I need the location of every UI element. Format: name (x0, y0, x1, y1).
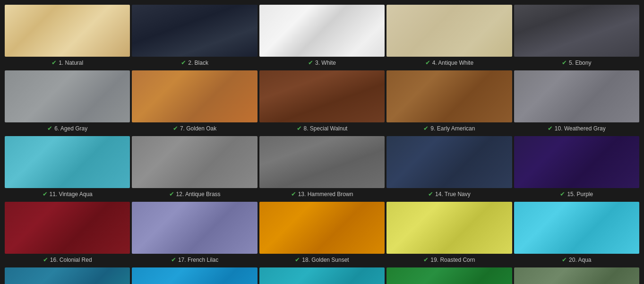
color-label-11: ✔11. Vintage Aqua (42, 188, 94, 200)
color-swatch-20 (514, 202, 639, 254)
color-item-3[interactable]: ✔3. White (259, 5, 385, 69)
color-swatch-5 (514, 5, 639, 57)
color-item-20[interactable]: ✔20. Aqua (514, 202, 639, 266)
color-swatch-24 (386, 267, 512, 284)
color-label-3: ✔3. White (307, 57, 337, 69)
color-name-20: 20. Aqua (569, 257, 591, 263)
color-swatch-19 (386, 202, 512, 254)
check-icon-7: ✔ (173, 125, 178, 132)
color-label-16: ✔16. Colonial Red (42, 254, 93, 266)
color-swatch-13 (259, 136, 385, 188)
check-icon-8: ✔ (297, 125, 302, 132)
color-swatch-3 (259, 5, 385, 57)
color-swatch-14 (386, 136, 512, 188)
color-name-9: 9. Early American (430, 125, 475, 132)
color-name-14: 14. True Navy (435, 191, 471, 198)
color-swatch-21 (5, 267, 130, 284)
color-item-23[interactable]: ✔23. Seaside (259, 267, 385, 284)
check-icon-10: ✔ (548, 125, 553, 132)
color-swatch-16 (5, 202, 130, 254)
color-item-17[interactable]: ✔17. French Lilac (132, 202, 257, 266)
check-icon-4: ✔ (425, 59, 430, 66)
color-swatch-2 (132, 5, 257, 57)
check-icon-16: ✔ (43, 256, 48, 263)
color-item-1[interactable]: ✔1. Natural (5, 5, 130, 69)
color-item-4[interactable]: ✔4. Antique White (386, 5, 512, 69)
color-label-12: ✔12. Antique Brass (168, 188, 222, 200)
color-item-9[interactable]: ✔9. Early American (386, 70, 512, 134)
color-item-24[interactable]: ✔24. The Irish (386, 267, 512, 284)
color-item-14[interactable]: ✔14. True Navy (386, 136, 512, 200)
color-name-2: 2. Black (188, 60, 208, 66)
check-icon-15: ✔ (560, 190, 565, 198)
color-label-18: ✔18. Golden Sunset (294, 254, 350, 266)
color-name-19: 19. Roasted Corn (430, 257, 475, 263)
check-icon-17: ✔ (171, 256, 176, 263)
color-item-11[interactable]: ✔11. Vintage Aqua (5, 136, 130, 200)
color-item-22[interactable]: ✔22. Oasis Blue (132, 267, 257, 284)
color-label-1: ✔1. Natural (51, 57, 84, 69)
color-label-15: ✔15. Purple (559, 188, 594, 200)
color-label-14: ✔14. True Navy (427, 188, 472, 200)
color-name-4: 4. Antique White (432, 60, 473, 66)
color-swatch-15 (514, 136, 639, 188)
check-icon-6: ✔ (47, 125, 52, 132)
check-icon-19: ✔ (423, 256, 429, 263)
color-label-19: ✔19. Roasted Corn (422, 254, 476, 266)
color-swatch-9 (386, 70, 512, 122)
color-swatch-25 (514, 267, 639, 284)
check-icon-3: ✔ (308, 59, 313, 66)
color-label-4: ✔4. Antique White (424, 57, 474, 69)
color-label-17: ✔17. French Lilac (170, 254, 219, 266)
color-label-6: ✔6. Aged Gray (46, 122, 88, 134)
color-item-18[interactable]: ✔18. Golden Sunset (259, 202, 385, 266)
color-item-2[interactable]: ✔2. Black (132, 5, 257, 69)
color-label-20: ✔20. Aqua (561, 254, 592, 266)
color-label-10: ✔10. Weathered Gray (547, 122, 607, 134)
color-grid: ✔1. Natural✔2. Black✔3. White✔4. Antique… (5, 5, 639, 284)
color-swatch-17 (132, 202, 257, 254)
color-item-12[interactable]: ✔12. Antique Brass (132, 136, 257, 200)
color-name-10: 10. Weathered Gray (555, 125, 606, 132)
color-swatch-1 (5, 5, 130, 57)
color-item-25[interactable]: ✔25. Moss Green (514, 267, 639, 284)
color-name-3: 3. White (315, 60, 336, 66)
check-icon-12: ✔ (169, 190, 174, 198)
color-name-18: 18. Golden Sunset (302, 257, 349, 263)
color-swatch-6 (5, 70, 130, 122)
color-swatch-22 (132, 267, 257, 284)
color-label-5: ✔5. Ebony (561, 57, 592, 69)
color-name-7: 7. Golden Oak (180, 125, 216, 132)
color-item-10[interactable]: ✔10. Weathered Gray (514, 70, 639, 134)
color-item-6[interactable]: ✔6. Aged Gray (5, 70, 130, 134)
color-label-13: ✔13. Hammered Brown (290, 188, 354, 200)
color-item-16[interactable]: ✔16. Colonial Red (5, 202, 130, 266)
check-icon-5: ✔ (562, 59, 567, 66)
color-swatch-7 (132, 70, 257, 122)
color-item-19[interactable]: ✔19. Roasted Corn (386, 202, 512, 266)
color-swatch-8 (259, 70, 385, 122)
color-label-7: ✔7. Golden Oak (172, 122, 217, 134)
color-item-7[interactable]: ✔7. Golden Oak (132, 70, 257, 134)
check-icon-11: ✔ (43, 190, 48, 198)
color-item-21[interactable]: ✔21. Lagoon (5, 267, 130, 284)
check-icon-14: ✔ (428, 190, 433, 198)
color-name-13: 13. Hammered Brown (298, 191, 353, 198)
color-name-16: 16. Colonial Red (50, 257, 92, 263)
color-label-8: ✔8. Special Walnut (296, 122, 349, 134)
color-item-8[interactable]: ✔8. Special Walnut (259, 70, 385, 134)
color-swatch-4 (386, 5, 512, 57)
color-name-17: 17. French Lilac (178, 257, 218, 263)
check-icon-20: ✔ (562, 256, 567, 263)
color-item-5[interactable]: ✔5. Ebony (514, 5, 639, 69)
color-label-9: ✔9. Early American (422, 122, 476, 134)
color-swatch-11 (5, 136, 130, 188)
color-name-12: 12. Antique Brass (176, 191, 221, 198)
color-name-11: 11. Vintage Aqua (50, 191, 93, 198)
color-name-15: 15. Purple (567, 191, 593, 198)
color-name-8: 8. Special Walnut (304, 125, 348, 132)
color-item-15[interactable]: ✔15. Purple (514, 136, 639, 200)
color-swatch-10 (514, 70, 639, 122)
check-icon-9: ✔ (423, 125, 429, 132)
color-item-13[interactable]: ✔13. Hammered Brown (259, 136, 385, 200)
